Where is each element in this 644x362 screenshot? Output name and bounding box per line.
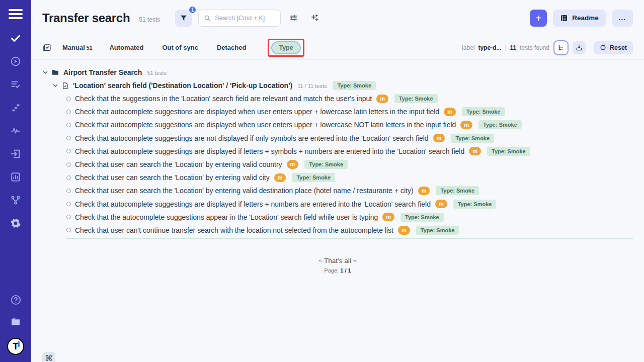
refresh-icon [600, 44, 606, 51]
download-button[interactable] [573, 41, 586, 54]
add-button[interactable]: + [530, 10, 547, 27]
suite-count: 11 / 11 tests [297, 83, 327, 89]
sparkles-icon [310, 14, 319, 22]
type-badge: Type: Smoke [394, 94, 438, 103]
test-status-circle-icon [66, 123, 71, 127]
avatar-t[interactable]: T [7, 338, 24, 355]
tab-item[interactable]: Automated [109, 44, 145, 51]
manual-badge: m [469, 147, 481, 155]
test-status-circle-icon [66, 202, 71, 206]
manual-badge: m [398, 226, 410, 234]
test-title: Check that autocomplete suggestings are … [75, 147, 464, 155]
tab-item[interactable]: Out of sync [162, 44, 200, 51]
test-status-circle-icon [66, 215, 71, 219]
filter-summary: label type-d... | 11 tests found [462, 44, 549, 51]
more-button[interactable]: ... [612, 10, 633, 27]
type-badge: Type: Smoke [462, 107, 505, 116]
header: Transfer search 51 tests 1 [31, 0, 644, 36]
bar-chart-icon[interactable] [10, 171, 22, 183]
type-filter-chip[interactable]: Type [272, 42, 299, 53]
tests-check-icon[interactable] [10, 32, 22, 44]
search-icon [204, 15, 211, 22]
tab-count: 51 [87, 45, 93, 51]
steps-icon[interactable] [10, 102, 22, 114]
manual-badge: m [418, 187, 430, 195]
chevron-down-icon[interactable] [42, 69, 48, 75]
tab-item[interactable]: Detached [217, 44, 248, 51]
test-status-circle-icon [66, 149, 71, 153]
sliders-icon [289, 14, 298, 22]
search-input[interactable] [215, 15, 275, 22]
tabbar: Manual51 Automated Out of sync Detached … [31, 36, 644, 60]
type-badge: Type: Smoke [487, 147, 530, 156]
tab-list: Manual51 Automated Out of sync Detached [62, 44, 265, 51]
manual-badge: m [460, 121, 472, 129]
test-title: Check that autocomplete suggestions are … [75, 108, 439, 116]
main-area: Transfer search 51 tests 1 [31, 0, 644, 362]
test-row[interactable]: Check that user can search the 'Location… [66, 184, 633, 197]
folder-row[interactable]: Airport Transfer Search 51 tests [42, 66, 633, 79]
tree-view-button[interactable] [554, 41, 568, 54]
list-check-icon[interactable] [10, 78, 22, 90]
folder-icon [51, 68, 59, 76]
thats-all-text: ~ That's all ~ [42, 257, 633, 264]
type-badge: Type: Smoke [451, 134, 494, 143]
manual-badge: m [435, 200, 447, 208]
projects-folder-icon[interactable] [10, 316, 22, 328]
found-count: 11 [510, 44, 517, 51]
readme-label: Readme [572, 14, 599, 22]
sidebar: T [0, 0, 31, 362]
search-box[interactable] [198, 10, 281, 27]
play-circle-icon[interactable] [10, 55, 22, 67]
menu-icon[interactable] [9, 7, 23, 21]
test-row[interactable]: Check that user can search the 'Location… [66, 171, 633, 184]
type-badge: Type: Smoke [304, 160, 348, 169]
pulse-icon[interactable] [10, 125, 22, 137]
test-row[interactable]: Check that autocomplete suggestings are … [66, 145, 633, 158]
test-row[interactable]: Check that the autocomplete suggestions … [66, 211, 633, 224]
test-row[interactable]: Check that autocomplete suggestings are … [66, 132, 633, 145]
test-status-circle-icon [66, 228, 71, 232]
test-title: Check that user can search the 'Location… [75, 160, 282, 168]
reset-button[interactable]: Reset [594, 41, 633, 54]
branch-icon[interactable] [10, 194, 22, 206]
type-badge: Type: Smoke [436, 186, 479, 195]
chevron-down-icon[interactable] [52, 82, 58, 88]
ai-sparkles-button[interactable] [306, 10, 323, 27]
manual-badge: m [382, 213, 394, 221]
test-row[interactable]: Check that autocomplete suggestions are … [66, 105, 633, 118]
test-row[interactable]: Check that the suggestions in the 'Locat… [66, 92, 633, 105]
document-icon [61, 82, 69, 89]
test-row[interactable]: Check that user can't continue transfer … [66, 224, 633, 237]
tree-view-icon [557, 44, 565, 51]
filter-summary-separator: | [505, 44, 506, 51]
select-tests-icon[interactable] [42, 43, 51, 52]
test-row[interactable]: Check that user can search the 'Location… [66, 158, 633, 171]
help-icon[interactable] [10, 294, 22, 306]
test-status-circle-icon [66, 175, 71, 180]
test-status-circle-icon [66, 189, 71, 193]
manual-badge: m [376, 95, 388, 103]
readme-button[interactable]: Readme [553, 10, 606, 27]
page-title: Transfer search [42, 11, 130, 25]
test-title: Check that autocomplete suggestions are … [75, 121, 456, 129]
test-row[interactable]: Check that autocomplete suggestings are … [66, 198, 633, 211]
command-shortcut-button[interactable]: ⌘ [42, 352, 55, 362]
tab-item[interactable]: Manual51 [62, 44, 92, 51]
tests-count: 51 tests [139, 16, 160, 23]
test-tree: Airport Transfer Search 51 tests 'Locati… [31, 60, 644, 274]
suite-row[interactable]: 'Location' search field ('Destination Lo… [52, 79, 633, 92]
folder-name: Airport Transfer Search [63, 68, 142, 76]
list-footer: ~ That's all ~ Page: 1 / 1 [42, 257, 633, 274]
test-title: Check that autocomplete suggestings are … [75, 200, 431, 208]
reset-label: Reset [610, 44, 627, 51]
found-suffix: tests found [520, 44, 549, 51]
test-list: Check that the suggestions in the 'Locat… [66, 92, 633, 239]
view-settings-button[interactable] [285, 10, 302, 27]
import-icon[interactable] [10, 148, 22, 160]
test-row[interactable]: Check that autocomplete suggestions are … [66, 118, 633, 131]
test-status-circle-icon [66, 162, 71, 167]
test-title: Check that autocomplete suggestings are … [75, 134, 429, 142]
gear-icon[interactable] [10, 217, 22, 229]
filter-count-badge: 1 [188, 6, 197, 14]
